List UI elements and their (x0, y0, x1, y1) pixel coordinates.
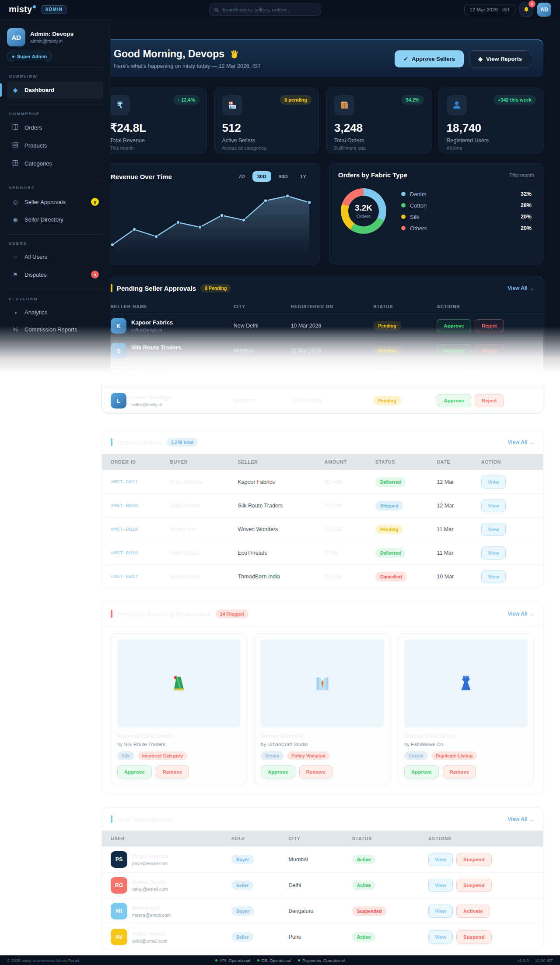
bell-icon (523, 6, 530, 13)
user-avatar[interactable]: AD (537, 3, 551, 17)
stat-label: Total Revenue (110, 137, 199, 144)
view-reports-button[interactable]: ◈View Reports (469, 50, 531, 67)
sidebar-item-disputes[interactable]: ⚑ Disputes 3 (7, 265, 103, 284)
page-subtitle: Here's what's happening on misty today —… (114, 63, 261, 69)
approve-product-button[interactable]: Approve (117, 765, 152, 778)
table-row: #MST-8821Priya SharmaKapoor Fabrics₹2,49… (102, 470, 543, 493)
view-user-button[interactable]: View (428, 905, 453, 918)
product-image (261, 640, 384, 727)
sidebar-item-analytics[interactable]: ◑ Analytics (7, 304, 103, 321)
status-badge: Shipped (375, 501, 403, 511)
legend-item: Others20% (401, 225, 532, 232)
legend-item: Cotton28% (401, 202, 532, 209)
dashboard-icon: ◈ (11, 87, 19, 93)
system-status: API: Operational DB: Operational Payment… (215, 958, 345, 963)
approve-button[interactable]: Approve (437, 394, 471, 407)
logo-dot (33, 5, 36, 8)
range-tab-7d[interactable]: 7D (234, 171, 250, 182)
stat-card-orders: 94.2% 3,248 Total Orders Fulfillment rat… (326, 88, 431, 153)
remove-product-button[interactable]: Remove (156, 765, 189, 778)
revenue-line-chart (111, 188, 311, 257)
flag-reason-tag: Incorrect Category (138, 751, 187, 760)
view-user-button[interactable]: View (428, 930, 453, 944)
view-user-button[interactable]: View (428, 879, 453, 892)
reject-button[interactable]: Reject (475, 394, 504, 407)
accent-bar (111, 610, 112, 618)
view-all-link[interactable]: View All → (508, 285, 534, 291)
stat-sublabel: This month (110, 145, 199, 151)
sidebar-item-products[interactable]: Products (7, 137, 103, 155)
view-order-button[interactable]: View (481, 499, 506, 512)
section-title-users: USERS (9, 241, 102, 246)
sidebar-item-orders[interactable]: Orders (7, 119, 103, 137)
product-name: Banarasi Silk Saree (117, 733, 241, 739)
approve-sellers-button[interactable]: ✓Approve Sellers (395, 50, 464, 67)
admin-name: Admin: Devops (30, 31, 74, 37)
sidebar-item-categories[interactable]: Categories (7, 155, 103, 173)
view-user-button[interactable]: View (428, 853, 453, 866)
approve-product-button[interactable]: Approve (404, 765, 439, 778)
table-row: MIMeera Iyermeera@email.com Buyer Bengal… (102, 898, 543, 924)
view-all-link[interactable]: View All → (508, 816, 534, 822)
stat-card-sellers: 8 pending 512 Active Sellers Across all … (214, 88, 319, 153)
range-tab-90d[interactable]: 90D (274, 171, 293, 182)
table-row: WWoven Wondersseller@misty.in Jaipur 11 … (102, 363, 543, 388)
approve-button[interactable]: Approve (437, 369, 471, 382)
pending-count-badge: 8 Pending (200, 284, 231, 292)
status-badge: Active (352, 855, 376, 864)
legend-dot (401, 203, 406, 208)
activate-user-button[interactable]: Activate (456, 905, 490, 918)
sidebar-item-all-users[interactable]: ○ All Users (7, 248, 103, 265)
copyright: © 2026 misty-ecommerce Admin Panel (7, 958, 79, 963)
suspend-user-button[interactable]: Suspend (456, 853, 492, 866)
remove-product-button[interactable]: Remove (443, 765, 476, 778)
section-title: Pending Seller Approvals (117, 285, 196, 292)
payments-status: Payments: Operational (298, 958, 345, 963)
sidebar-item-dashboard[interactable]: ◈ Dashboard (7, 81, 103, 99)
approve-button[interactable]: Approve (437, 319, 471, 332)
stat-sublabel: Across all categories (222, 145, 311, 151)
section-title: Products Awaiting Moderation (117, 610, 211, 618)
sidebar-item-commission-reports[interactable]: % Commission Reports (7, 321, 103, 338)
avatar: AV (111, 929, 127, 945)
stat-trend-badge: 8 pending (280, 95, 312, 105)
store-icon (222, 95, 242, 115)
reject-button[interactable]: Reject (475, 319, 504, 332)
main-content: Good Morning, Devops Here's what's happe… (102, 19, 543, 950)
reject-button[interactable]: Reject (475, 344, 504, 357)
view-order-button[interactable]: View (481, 546, 506, 560)
suspend-user-button[interactable]: Suspend (456, 879, 492, 892)
view-order-button[interactable]: View (481, 475, 506, 489)
view-all-link[interactable]: View All → (508, 611, 534, 617)
avatar: S (111, 343, 126, 359)
approve-product-button[interactable]: Approve (261, 765, 295, 778)
legend-dot (401, 226, 406, 230)
reject-button[interactable]: Reject (475, 369, 504, 382)
admin-mode-chip: ADMIN (41, 5, 66, 14)
legend-dot (401, 192, 406, 196)
approve-button[interactable]: Approve (437, 344, 471, 357)
suspend-user-button[interactable]: Suspend (456, 930, 492, 944)
stat-label: Registered Users (447, 137, 536, 144)
notifications-button[interactable]: 5 (519, 3, 533, 17)
accent-bar (111, 438, 112, 446)
table-header: ORDER IDBUYERSELLERAMOUNTSTATUSDATEACTIO… (102, 454, 543, 470)
legend-item: Silk20% (401, 214, 532, 220)
avatar: L (111, 393, 126, 409)
product-image (404, 640, 528, 727)
view-order-button[interactable]: View (481, 523, 506, 536)
stat-trend-badge: +342 this week (494, 95, 536, 105)
view-order-button[interactable]: View (481, 570, 506, 583)
range-tab-1y[interactable]: 1Y (295, 171, 311, 182)
view-all-link[interactable]: View All → (508, 439, 534, 445)
accent-bar (111, 815, 112, 823)
range-tab-30d[interactable]: 30D (252, 171, 271, 182)
remove-product-button[interactable]: Remove (299, 765, 333, 778)
saree-illustration (169, 673, 189, 694)
sidebar-item-seller-approvals[interactable]: ◎ Seller Approvals 8 (7, 193, 103, 211)
orders-icon (11, 124, 19, 131)
charts-row: Revenue Over Time 7D 30D 90D 1Y Orders b… (102, 163, 543, 264)
search-input[interactable] (222, 7, 316, 12)
sidebar-item-seller-directory[interactable]: ◉ Seller Directory (7, 211, 103, 228)
global-search[interactable] (209, 4, 321, 16)
